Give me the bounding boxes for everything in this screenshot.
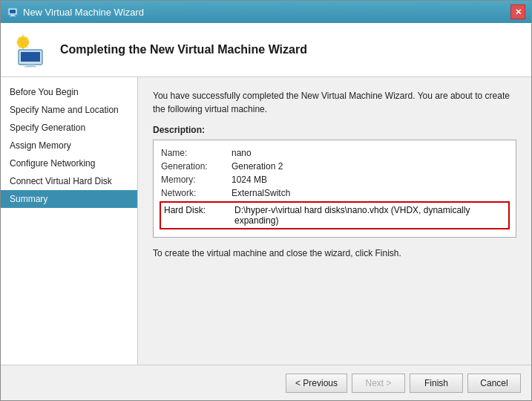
desc-table: Name: nano Generation: Generation 2 Memo…: [153, 140, 516, 238]
previous-button[interactable]: < Previous: [286, 374, 347, 393]
wizard-sidebar: Before You Begin Specify Name and Locati…: [1, 77, 138, 365]
wizard-header-icon: [11, 30, 50, 69]
desc-value-name: nano: [231, 148, 508, 158]
wizard-window: New Virtual Machine Wizard ✕ Completing …: [0, 0, 532, 401]
window-icon: [7, 6, 19, 18]
desc-label-harddisk: Hard Disk:: [164, 205, 227, 226]
svg-rect-3: [10, 16, 16, 16]
sidebar-item-summary[interactable]: Summary: [1, 190, 137, 208]
cancel-button[interactable]: Cancel: [467, 374, 521, 393]
wizard-header-title: Completing the New Virtual Machine Wizar…: [60, 43, 307, 56]
wizard-header: Completing the New Virtual Machine Wizar…: [1, 23, 531, 77]
sidebar-item-hard-disk[interactable]: Connect Virtual Hard Disk: [1, 172, 137, 190]
sidebar-item-before-you-begin[interactable]: Before You Begin: [1, 83, 137, 101]
svg-rect-9: [24, 66, 36, 68]
desc-value-memory: 1024 MB: [231, 175, 508, 185]
desc-value-harddisk: D:\hyper-v\virtual hard disks\nano.vhdx …: [234, 205, 505, 226]
svg-marker-5: [16, 33, 30, 51]
svg-rect-7: [21, 52, 40, 62]
desc-label: Description:: [153, 125, 516, 135]
desc-value-generation: Generation 2: [231, 161, 508, 172]
finish-note: To create the virtual machine and close …: [153, 248, 516, 258]
sidebar-item-networking[interactable]: Configure Networking: [1, 154, 137, 172]
desc-row-name: Name: nano: [161, 146, 508, 160]
desc-label-generation: Generation:: [161, 161, 224, 172]
desc-row-harddisk: Hard Disk: D:\hyper-v\virtual hard disks…: [160, 201, 510, 229]
svg-rect-1: [10, 10, 16, 13]
sidebar-item-name-location[interactable]: Specify Name and Location: [1, 101, 137, 119]
desc-label-name: Name:: [161, 148, 224, 158]
sidebar-item-memory[interactable]: Assign Memory: [1, 137, 137, 154]
finish-button[interactable]: Finish: [410, 374, 463, 393]
desc-row-generation: Generation: Generation 2: [161, 160, 508, 173]
wizard-footer: < Previous Next > Finish Cancel: [1, 365, 531, 400]
close-button[interactable]: ✕: [510, 4, 525, 19]
wizard-body: Before You Begin Specify Name and Locati…: [1, 77, 531, 365]
svg-rect-2: [11, 15, 14, 16]
desc-label-network: Network:: [161, 188, 224, 198]
title-bar: New Virtual Machine Wizard ✕: [1, 1, 531, 23]
desc-label-memory: Memory:: [161, 175, 224, 185]
window-title: New Virtual Machine Wizard: [23, 7, 144, 18]
svg-rect-8: [27, 65, 34, 66]
title-bar-left: New Virtual Machine Wizard: [7, 6, 144, 18]
wizard-content: You have successfully completed the New …: [138, 77, 531, 365]
sidebar-item-generation[interactable]: Specify Generation: [1, 119, 137, 137]
desc-value-network: ExternalSwitch: [231, 188, 508, 198]
desc-row-network: Network: ExternalSwitch: [161, 186, 508, 200]
desc-row-memory: Memory: 1024 MB: [161, 173, 508, 186]
next-button[interactable]: Next >: [352, 374, 405, 393]
content-intro: You have successfully completed the New …: [153, 89, 516, 116]
